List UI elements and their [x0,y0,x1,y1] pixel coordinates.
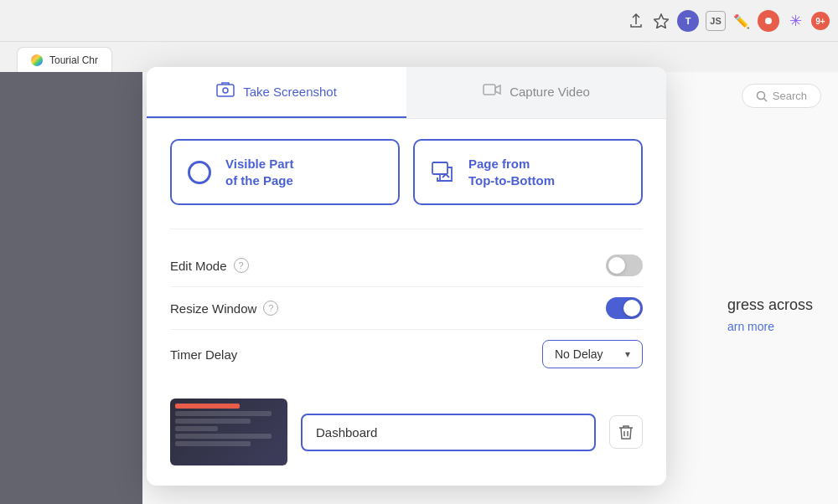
share-icon[interactable] [627,12,645,30]
camera-extension-icon[interactable] [758,10,779,32]
tab-favicon [31,54,43,66]
js-extension-icon[interactable]: JS [706,11,726,31]
svg-rect-4 [217,85,234,96]
full-page-icon [428,158,457,187]
resize-window-row: Resize Window ? [170,287,643,330]
svg-rect-8 [432,162,447,174]
resize-window-toggle-knob [623,300,640,316]
screenshot-thumbnail [170,399,287,465]
popup-tab-bar: Take Screenshot Capture Video [147,67,666,119]
delete-button[interactable] [609,415,643,449]
full-page-label: Page fromTop-to-Bottom [468,156,555,188]
toolbar-right: T JS ✏️ ✳ 9+ [627,0,830,42]
visible-part-label: Visible Partof the Page [225,156,293,188]
tab-video[interactable]: Capture Video [406,67,666,118]
timer-delay-row: Timer Delay No Delay ▾ [170,330,643,378]
timer-delay-value: No Delay [555,347,603,361]
screenshot-options-row: Visible Partof the Page Page fromTop-to-… [170,139,643,205]
screenshot-tab-icon [216,82,235,101]
star-icon[interactable] [652,12,670,30]
search-placeholder: Search [773,90,807,102]
svg-marker-0 [654,14,669,28]
eyedropper-extension-icon[interactable]: ✏️ [732,12,751,30]
settings-section: Edit Mode ? Resize Window ? [170,229,643,378]
screenshot-name-input[interactable] [301,414,596,451]
svg-point-5 [223,88,228,93]
svg-line-3 [763,98,767,101]
edit-mode-toggle-knob [608,257,625,274]
tab-video-label: Capture Video [510,85,590,99]
thumb-bar-4 [175,426,218,431]
timer-delay-label: Timer Delay [170,347,237,362]
tab-screenshot-label: Take Screenshot [243,85,337,99]
thumb-bar-3 [175,419,251,424]
browser-chrome: T JS ✏️ ✳ 9+ [0,0,838,42]
asterisk-extension-icon[interactable]: ✳ [786,12,804,30]
video-tab-icon [483,82,501,101]
svg-point-2 [757,91,764,99]
resize-window-label: Resize Window ? [170,301,278,316]
browser-tab[interactable]: Tourial Chr [17,47,112,72]
timer-delay-select[interactable]: No Delay ▾ [542,340,643,368]
thumb-bar-5 [175,434,272,439]
right-text-link[interactable]: arn more [727,317,813,336]
edit-mode-row: Edit Mode ? [170,244,643,287]
search-bar[interactable]: Search [742,84,821,108]
notifications-badge[interactable]: 9+ [811,12,830,30]
resize-window-toggle[interactable] [606,297,643,319]
edit-mode-label: Edit Mode ? [170,258,249,273]
edit-mode-help-icon[interactable]: ? [234,258,249,273]
option-full-page[interactable]: Page fromTop-to-Bottom [413,139,643,205]
popup-footer [147,399,666,486]
sidebar-bg [0,72,142,504]
tab-label: Tourial Chr [49,54,98,66]
tab-screenshot[interactable]: Take Screenshot [147,67,406,118]
thumbnail-preview [170,399,287,465]
search-bar-area: Search [742,84,821,108]
thumb-bar-1 [175,404,240,409]
search-icon [756,90,768,102]
svg-rect-6 [484,85,495,95]
svg-point-1 [765,18,772,24]
thumb-bar-2 [175,411,272,416]
svg-marker-7 [495,85,500,94]
thumb-bar-6 [175,441,251,446]
right-text-line1: gress across [727,293,813,317]
option-visible-part[interactable]: Visible Partof the Page [170,139,400,205]
popup-body: Visible Partof the Page Page fromTop-to-… [147,119,666,399]
tourial-extension-icon[interactable]: T [677,10,699,32]
chevron-down-icon: ▾ [625,348,630,360]
resize-window-help-icon[interactable]: ? [263,301,278,316]
screenshot-popup: Take Screenshot Capture Video Visible Pa… [147,67,666,486]
page-right-text: gress across arn more [727,293,813,336]
visible-part-icon [185,158,214,187]
edit-mode-toggle[interactable] [606,255,643,276]
